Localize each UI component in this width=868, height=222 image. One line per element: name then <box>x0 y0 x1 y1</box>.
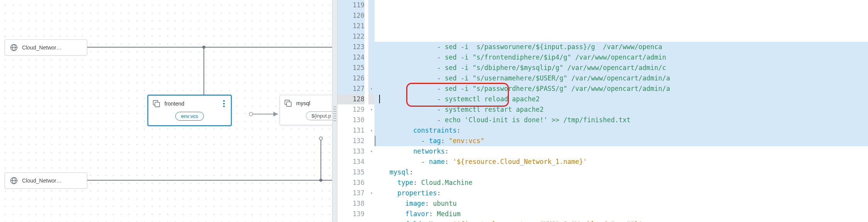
line-number[interactable]: 136 <box>337 178 364 188</box>
code-line[interactable]: - echo 'Cloud-init is done!' >> /tmp/fin… <box>375 115 868 125</box>
svg-point-6 <box>249 113 253 116</box>
fold-spacer <box>368 52 375 63</box>
fold-spacer <box>368 73 375 84</box>
line-number[interactable]: 129 <box>337 104 364 115</box>
vm-icon <box>152 99 161 108</box>
svg-point-20 <box>319 179 322 182</box>
code-line[interactable]: - sed -i "s/usernamehere/$USER/g" /var/w… <box>375 73 868 84</box>
svg-marker-5 <box>273 112 278 116</box>
fold-spacer <box>368 21 375 31</box>
code-line[interactable]: - name: '${resource.Cloud_Network_1.name… <box>375 157 868 167</box>
globe-icon <box>10 176 18 185</box>
splitter-grip-icon <box>333 106 336 122</box>
code-line[interactable]: properties: <box>375 188 868 198</box>
code-line[interactable]: folderName: '${input.placement == "VMC" … <box>375 219 868 222</box>
svg-rect-16 <box>155 102 159 107</box>
svg-rect-18 <box>287 102 291 106</box>
line-number[interactable]: 121 <box>337 21 364 31</box>
node-title: frontend <box>164 101 221 107</box>
editor-fold-column[interactable]: ▾▾▾▾▾ <box>368 0 375 222</box>
line-number[interactable]: 134 <box>337 157 364 167</box>
fold-spacer <box>368 42 375 52</box>
line-number[interactable]: 119 <box>337 0 364 10</box>
network-node-top[interactable]: Cloud_Networ… <box>5 39 87 56</box>
line-number[interactable]: 123 <box>337 42 364 52</box>
line-number[interactable]: 131 <box>337 125 364 136</box>
code-line[interactable]: - sed -i "s/passwordhere/$PASS/g" /var/w… <box>375 84 868 94</box>
code-line[interactable]: - sed -i s/passworunere/${input.pass}/g … <box>375 42 868 52</box>
line-number[interactable]: 133 <box>337 146 364 157</box>
fold-toggle-icon[interactable]: ▾ <box>368 146 375 157</box>
editor-code-area[interactable]: - sed -i s/passworunere/${input.pass}/g … <box>375 0 868 222</box>
line-number[interactable]: 139 <box>337 209 364 219</box>
line-number[interactable]: 130 <box>337 115 364 125</box>
fold-spacer <box>368 178 375 188</box>
code-line[interactable]: - systemctl restart apache2 <box>375 104 868 115</box>
code-line[interactable]: - sed -i "s/frontendiphere/$ip4/g" /var/… <box>375 52 868 63</box>
line-number[interactable]: 132 <box>337 136 364 146</box>
text-cursor <box>379 95 380 103</box>
line-number[interactable]: 125 <box>337 63 364 73</box>
globe-icon <box>10 43 18 52</box>
fold-spacer <box>368 0 375 10</box>
code-line[interactable]: image: ubuntu <box>375 198 868 209</box>
editor-gutter[interactable]: 1191201211221231241251261271281291301311… <box>337 0 368 222</box>
svg-point-3 <box>202 46 205 49</box>
line-number[interactable]: 126 <box>337 73 364 84</box>
line-number[interactable]: 128 <box>337 94 364 104</box>
line-number[interactable]: 120 <box>337 10 364 21</box>
fold-toggle-icon[interactable]: ▾ <box>368 104 375 115</box>
code-line[interactable]: - sed -i "s/dbiphere/$mysqlip/g" /var/ww… <box>375 63 868 73</box>
code-line[interactable]: type: Cloud.Machine <box>375 178 868 188</box>
fold-spacer <box>368 157 375 167</box>
fold-spacer <box>368 167 375 178</box>
code-line[interactable]: networks: <box>375 146 868 157</box>
fold-spacer <box>368 136 375 146</box>
code-line[interactable]: constraints: <box>375 125 868 136</box>
fold-spacer <box>368 198 375 209</box>
line-number[interactable]: 124 <box>337 52 364 63</box>
blueprint-canvas[interactable]: Cloud_Networ… Cloud_Networ… fr <box>0 0 332 222</box>
network-node-bottom[interactable]: Cloud_Networ… <box>5 172 87 189</box>
fold-spacer <box>368 209 375 219</box>
network-node-label: Cloud_Networ… <box>22 178 62 184</box>
fold-spacer <box>368 10 375 21</box>
fold-spacer <box>368 31 375 42</box>
code-line[interactable]: flavor: Medium <box>375 209 868 219</box>
fold-spacer <box>368 115 375 125</box>
fold-spacer <box>368 63 375 73</box>
code-line[interactable]: - systemctl reload apache2 <box>375 94 868 104</box>
code-editor[interactable]: 1191201211221231241251261271281291301311… <box>337 0 868 222</box>
line-number[interactable]: 127 <box>337 84 364 94</box>
line-number[interactable]: 137 <box>337 188 364 198</box>
node-menu-button[interactable] <box>221 99 227 108</box>
compute-node-frontend[interactable]: frontend env:vcs <box>147 95 232 126</box>
fold-spacer <box>368 94 375 104</box>
svg-point-21 <box>319 137 322 140</box>
network-node-label: Cloud_Networ… <box>22 44 62 51</box>
fold-toggle-icon[interactable]: ▾ <box>368 125 375 136</box>
line-number[interactable]: 138 <box>337 198 364 209</box>
vm-icon <box>284 99 292 108</box>
code-line[interactable]: mysql: <box>375 167 868 178</box>
code-line[interactable]: - tag: "env:vcs" <box>375 136 868 146</box>
node-tag-pill[interactable]: env:vcs <box>175 112 204 121</box>
line-number[interactable]: 135 <box>337 167 364 178</box>
pane-splitter[interactable] <box>332 0 337 222</box>
fold-toggle-icon[interactable]: ▾ <box>368 188 375 198</box>
fold-toggle-icon[interactable]: ▾ <box>368 84 375 94</box>
line-number[interactable]: 122 <box>337 31 364 42</box>
